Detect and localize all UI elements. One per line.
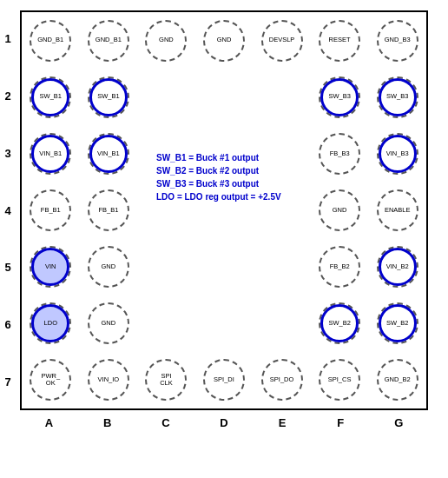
cell: GND xyxy=(311,182,369,238)
cell: VIN_B3 xyxy=(368,125,426,182)
bump-label: VIN_B2 xyxy=(386,263,409,271)
legend-line: SW_B3 = Buck #3 output xyxy=(156,177,317,190)
col-label: E xyxy=(256,416,308,429)
cell xyxy=(253,69,311,125)
cell: GND xyxy=(137,12,195,69)
bump: PWR_OK xyxy=(30,359,71,401)
bump-label: FB_B1 xyxy=(98,207,118,215)
bump-label: VIN_B3 xyxy=(386,150,409,158)
bump-label: FB_B2 xyxy=(330,263,350,271)
cell xyxy=(137,239,195,295)
col-label: F xyxy=(314,416,366,429)
col-label: G xyxy=(372,416,425,429)
bump: GND_B1 xyxy=(88,20,129,62)
bump: LDO xyxy=(30,302,71,344)
bump: FB_B1 xyxy=(30,189,71,231)
bump: GND xyxy=(319,189,360,231)
bump: SW_B3 xyxy=(377,76,418,118)
cell xyxy=(195,69,254,125)
diagram-container: GND_B1GND_B1GNDGNDDEVSLPRESETGND_B3SW_B1… xyxy=(20,10,428,410)
bump-label: GND xyxy=(333,207,347,215)
row-label: 1 xyxy=(1,32,15,45)
bump-label: PWR_OK xyxy=(41,373,60,388)
cell: SW_B1 xyxy=(22,69,80,125)
cell: VIN_B1 xyxy=(22,125,80,182)
bump-label: GND_B3 xyxy=(385,37,411,44)
bump-label: SW_B3 xyxy=(386,93,408,101)
cell: SW_B2 xyxy=(368,295,426,352)
bump-label: GND xyxy=(217,37,232,44)
bump: GND xyxy=(145,20,187,62)
bump: FB_B3 xyxy=(319,133,360,175)
bump-label: VIN_IO xyxy=(98,376,120,384)
bump: DEVSLP xyxy=(261,20,303,62)
bump-grid: GND_B1GND_B1GNDGNDDEVSLPRESETGND_B3SW_B1… xyxy=(22,12,426,408)
cell: SPI_CS xyxy=(311,352,369,408)
bump: GND xyxy=(203,20,245,62)
cell: SW_B1 xyxy=(80,69,138,125)
bump-label: GND xyxy=(102,320,116,328)
bump: SPI_CS xyxy=(319,359,360,401)
bump: VIN_B1 xyxy=(88,133,129,175)
cell: VIN_IO xyxy=(80,352,138,408)
bump-label: VIN_B1 xyxy=(97,150,120,158)
cell xyxy=(195,239,254,295)
bump-label: GND xyxy=(159,37,174,44)
col-labels: ABCDEFG xyxy=(20,416,428,429)
cell: SPICLK xyxy=(137,352,195,408)
cell xyxy=(137,69,195,125)
cell: SPI_DO xyxy=(253,352,311,408)
legend-line: SW_B2 = Buck #2 output xyxy=(156,164,317,177)
row-label: 2 xyxy=(1,90,15,103)
bump: SW_B2 xyxy=(319,302,360,344)
cell: VIN_B2 xyxy=(368,239,426,295)
cell: DEVSLP xyxy=(253,12,311,69)
cell: PWR_OK xyxy=(22,352,80,408)
bump-label: LDO xyxy=(44,320,57,328)
bump-label: ENABLE xyxy=(385,207,411,215)
bump-label: SPICLK xyxy=(160,373,173,388)
legend-box: SW_B1 = Buck #1 outputSW_B2 = Buck #2 ou… xyxy=(156,151,317,203)
row-label: 5 xyxy=(1,261,15,274)
bump: GND_B2 xyxy=(377,359,418,401)
bump: SW_B1 xyxy=(88,76,129,118)
bump-label: GND_B2 xyxy=(385,376,411,384)
bump: GND_B3 xyxy=(377,20,418,62)
cell: GND xyxy=(80,239,138,295)
cell: VIN xyxy=(22,239,80,295)
row-label: 4 xyxy=(1,204,15,217)
row-label: 3 xyxy=(1,147,15,160)
row-label: 6 xyxy=(1,318,15,331)
cell: GND_B2 xyxy=(368,352,426,408)
bump: GND xyxy=(88,246,129,288)
bump-label: FB_B3 xyxy=(330,150,350,158)
bump: GND_B1 xyxy=(30,20,71,62)
bump: SPICLK xyxy=(145,359,187,401)
bump: VIN_B1 xyxy=(30,133,71,175)
bump-label: GND xyxy=(102,263,116,271)
cell: FB_B1 xyxy=(22,182,80,238)
bump-label: SW_B1 xyxy=(97,93,119,101)
bump: SPI_DO xyxy=(261,359,303,401)
bump: SW_B3 xyxy=(319,76,360,118)
bump-label: SW_B3 xyxy=(328,93,350,101)
bump-label: SW_B1 xyxy=(40,93,62,101)
bump: VIN_B3 xyxy=(377,133,418,175)
cell: VIN_B1 xyxy=(80,125,138,182)
bump-label: RESET xyxy=(329,37,351,44)
cell: SW_B2 xyxy=(311,295,369,352)
bump: VIN_IO xyxy=(88,359,129,401)
cell: SW_B3 xyxy=(368,69,426,125)
bump-label: SPI_DI xyxy=(214,376,234,384)
cell: LDO xyxy=(22,295,80,352)
bump-label: SW_B2 xyxy=(386,320,408,328)
bump: VIN_B2 xyxy=(377,246,418,288)
bump: SW_B1 xyxy=(30,76,71,118)
cell: RESET xyxy=(311,12,369,69)
bump-label: GND_B1 xyxy=(96,37,122,44)
bump: SW_B2 xyxy=(377,302,418,344)
cell: SW_B3 xyxy=(311,69,369,125)
legend-line: LDO = LDO reg output = +2.5V xyxy=(156,190,317,203)
cell: GND xyxy=(80,295,138,352)
bump: RESET xyxy=(319,20,360,62)
